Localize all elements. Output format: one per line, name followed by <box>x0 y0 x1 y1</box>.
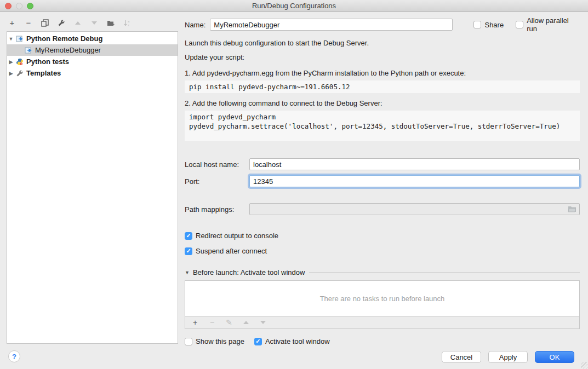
move-up-icon <box>73 19 82 27</box>
chevron-expanded-icon[interactable]: ▼ <box>7 36 15 42</box>
settrace-code-line-2: pydevd_pycharm.settrace('localhost', por… <box>189 122 575 131</box>
run-debug-configurations-dialog: Run/Debug Configurations + − az ▼ Python… <box>0 0 588 369</box>
move-task-up-icon <box>242 318 250 327</box>
configurations-tree: ▼ Python Remote Debug MyRemoteDebugger ▶… <box>7 31 178 344</box>
svg-text:a: a <box>128 20 130 23</box>
section-divider <box>309 272 580 273</box>
tree-item-templates[interactable]: ▶ Templates <box>7 67 178 79</box>
port-label: Port: <box>185 177 249 186</box>
dialog-buttons: Cancel Apply OK <box>442 351 574 363</box>
titlebar: Run/Debug Configurations <box>0 0 588 12</box>
activate-tool-window-checkbox[interactable]: ✓ <box>254 338 262 345</box>
name-input[interactable] <box>210 19 453 31</box>
show-this-page-checkbox[interactable] <box>185 338 192 345</box>
share-checkbox[interactable] <box>473 21 481 28</box>
name-label: Name: <box>185 21 205 29</box>
tree-item-python-remote-debug[interactable]: ▼ Python Remote Debug <box>7 33 178 44</box>
before-launch-task-list[interactable]: There are no tasks to run before launch <box>185 280 580 316</box>
help-button[interactable]: ? <box>8 350 20 362</box>
resize-grip[interactable] <box>581 362 587 368</box>
add-task-button[interactable]: + <box>191 318 199 327</box>
cancel-button[interactable]: Cancel <box>442 351 481 363</box>
copy-configuration-icon[interactable] <box>41 19 49 27</box>
redirect-output-checkbox[interactable]: ✓ <box>185 232 192 240</box>
collapse-arrow-icon[interactable]: ▼ <box>185 270 190 275</box>
suspend-after-connect-label: Suspend after connect <box>196 247 267 255</box>
allow-parallel-run-label: Allow parallel run <box>527 16 580 33</box>
sort-alphabetically-icon: az <box>123 19 132 27</box>
local-host-name-label: Local host name: <box>185 160 249 169</box>
before-launch-toolbar: + − ✎ <box>185 316 580 329</box>
port-input[interactable] <box>249 175 580 187</box>
before-launch-title: Before launch: Activate tool window <box>193 268 305 276</box>
redirect-output-checkbox-group[interactable]: ✓ Redirect output to console <box>185 232 580 240</box>
chevron-collapsed-icon[interactable]: ▶ <box>7 59 15 65</box>
path-mappings-input[interactable] <box>249 203 580 215</box>
empty-tasks-message: There are no tasks to run before launch <box>320 295 445 303</box>
tree-item-label: Python Remote Debug <box>26 34 102 43</box>
allow-parallel-run-checkbox[interactable] <box>516 21 523 28</box>
browse-folder-icon[interactable] <box>568 205 576 214</box>
python-icon <box>16 58 24 66</box>
local-host-name-input[interactable] <box>249 158 580 170</box>
run-config-icon <box>25 47 32 54</box>
suspend-after-connect-checkbox-group[interactable]: ✓ Suspend after connect <box>185 247 580 255</box>
settrace-code-line-1: import pydevd_pycharm <box>189 112 575 122</box>
chevron-collapsed-icon[interactable]: ▶ <box>7 71 15 76</box>
show-this-page-checkbox-group[interactable]: Show this page <box>185 337 244 345</box>
instruction-line-2: Update your script: <box>185 53 580 61</box>
remove-configuration-button[interactable]: − <box>24 19 33 27</box>
wrench-icon <box>16 70 24 77</box>
show-this-page-label: Show this page <box>196 337 244 345</box>
add-configuration-button[interactable]: + <box>8 19 16 27</box>
tree-item-label: Templates <box>26 69 61 77</box>
remove-task-button: − <box>208 318 216 327</box>
instruction-step-1: 1. Add pydevd-pycharm.egg from the PyCha… <box>185 69 580 77</box>
new-folder-icon[interactable] <box>106 19 115 27</box>
pip-install-code: pip install pydevd-pycharm~=191.6605.12 <box>185 80 580 93</box>
edit-task-pencil-icon: ✎ <box>225 318 233 327</box>
suspend-after-connect-checkbox[interactable]: ✓ <box>185 247 192 255</box>
tree-item-python-tests[interactable]: ▶ Python tests <box>7 56 178 67</box>
move-task-down-icon <box>259 318 267 327</box>
ok-button[interactable]: OK <box>535 351 574 363</box>
share-checkbox-group[interactable]: Share <box>473 21 504 29</box>
window-title: Run/Debug Configurations <box>0 2 588 10</box>
activate-tool-window-label: Activate tool window <box>265 337 330 345</box>
tree-item-label: MyRemoteDebugger <box>35 46 101 54</box>
run-config-icon <box>16 35 24 43</box>
tree-item-label: Python tests <box>26 57 69 66</box>
tree-item-myremotedebugger[interactable]: MyRemoteDebugger <box>7 44 178 56</box>
apply-button[interactable]: Apply <box>488 351 528 363</box>
redirect-output-label: Redirect output to console <box>196 232 278 240</box>
instruction-line-1: Launch this debug configuration to start… <box>185 39 580 47</box>
activate-tool-window-checkbox-group[interactable]: ✓ Activate tool window <box>254 337 330 345</box>
instruction-step-2: 2. Add the following command to connect … <box>185 99 580 107</box>
configurations-toolbar: + − az <box>8 17 132 29</box>
share-label: Share <box>484 21 504 29</box>
configuration-form: Name: Share Allow parallel run Launch th… <box>185 16 580 345</box>
allow-parallel-run-checkbox-group[interactable]: Allow parallel run <box>516 16 580 33</box>
svg-text:z: z <box>128 24 129 27</box>
edit-templates-wrench-icon[interactable] <box>57 19 66 27</box>
settrace-code: import pydevd_pycharm pydevd_pycharm.set… <box>185 111 580 141</box>
before-launch-section-header[interactable]: ▼ Before launch: Activate tool window <box>185 268 580 276</box>
move-down-icon <box>90 19 99 27</box>
path-mappings-label: Path mappings: <box>185 205 249 214</box>
